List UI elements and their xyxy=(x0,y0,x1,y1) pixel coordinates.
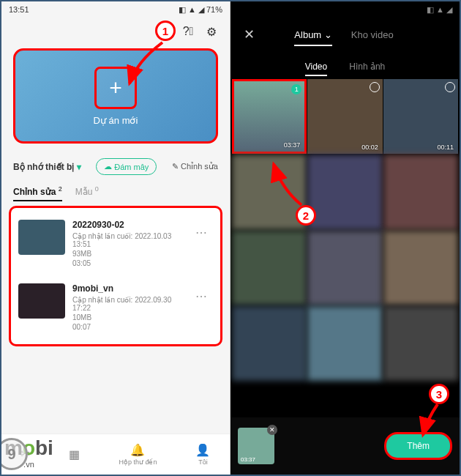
strip-thumb[interactable]: ✕ 03:37 xyxy=(238,428,274,464)
close-icon[interactable]: ✕ xyxy=(244,26,255,42)
more-icon[interactable]: ⋯ xyxy=(190,220,213,245)
arrow-1 xyxy=(130,40,173,94)
new-project-card[interactable]: + Dự án mới xyxy=(13,48,218,144)
status-time: 13:51 xyxy=(9,5,29,14)
gear-icon[interactable]: ⚙ xyxy=(203,23,220,40)
help-icon[interactable]: ?⃝ xyxy=(180,23,196,40)
select-ring xyxy=(445,82,455,92)
selection-badge: 1 xyxy=(291,84,301,94)
gallery-item[interactable] xyxy=(383,231,458,305)
nav-inbox[interactable]: 🔔Hộp thư đến xyxy=(119,443,157,466)
gallery-item[interactable]: 1 03:37 xyxy=(232,79,307,154)
tab-edit[interactable]: Chỉnh sửa 2 xyxy=(13,185,62,201)
storage-label: Bộ nhớ thiết bị ▾ xyxy=(13,162,81,172)
project-thumb xyxy=(18,283,65,319)
gallery-item[interactable]: 00:11 xyxy=(383,79,458,154)
media-gallery: 1 03:37 00:02 00:11 xyxy=(230,79,460,381)
gallery-item[interactable] xyxy=(307,155,382,229)
cloud-button[interactable]: ☁ Đám mây xyxy=(96,158,157,175)
annotation-1: 1 xyxy=(155,21,176,41)
template-icon: ▦ xyxy=(69,447,80,461)
status-bar-right: ◧ ▲ ◢ xyxy=(230,1,460,18)
annotation-2: 2 xyxy=(296,205,316,226)
status-bar-left: 13:51 ◧▲◢71% xyxy=(1,1,230,18)
bell-icon: 🔔 xyxy=(130,443,145,457)
arrow-3 xyxy=(420,403,449,442)
tab-template[interactable]: Mẫu 0 xyxy=(75,185,99,201)
remove-icon[interactable]: ✕ xyxy=(267,425,277,435)
annotation-3: 3 xyxy=(429,384,449,404)
gallery-item[interactable] xyxy=(307,306,382,381)
edit-link[interactable]: ✎ Chỉnh sửa xyxy=(172,162,218,171)
projects-list: 20220930-02 Cập nhật lần cuối: 2022.10.0… xyxy=(9,206,222,346)
status-icons: ◧▲◢71% xyxy=(179,5,222,15)
user-icon: 👤 xyxy=(195,443,210,457)
more-icon[interactable]: ⋯ xyxy=(190,283,213,309)
tab-album[interactable]: Album ⌄ xyxy=(294,29,331,40)
nav-templates[interactable]: ▦ xyxy=(69,447,80,461)
select-ring xyxy=(370,82,380,92)
gallery-item[interactable] xyxy=(383,155,458,229)
nav-me[interactable]: 👤Tôi xyxy=(195,443,210,466)
gallery-item[interactable] xyxy=(307,231,382,305)
list-item[interactable]: 9mobi_vn Cập nhật lần cuối: 2022.09.30 1… xyxy=(15,276,216,340)
gallery-item[interactable] xyxy=(232,306,307,381)
gallery-item[interactable] xyxy=(383,306,458,381)
new-project-label: Dự án mới xyxy=(94,115,138,126)
project-thumb xyxy=(18,220,65,255)
gallery-item[interactable]: 00:02 xyxy=(307,79,382,154)
list-item[interactable]: 20220930-02 Cập nhật lần cuối: 2022.10.0… xyxy=(15,212,216,276)
chevron-down-icon: ⌄ xyxy=(324,29,332,40)
subtab-video[interactable]: Video xyxy=(305,62,327,72)
gallery-item[interactable] xyxy=(232,231,307,305)
tab-video-repo[interactable]: Kho video xyxy=(351,29,394,40)
subtab-image[interactable]: Hình ảnh xyxy=(349,62,385,72)
